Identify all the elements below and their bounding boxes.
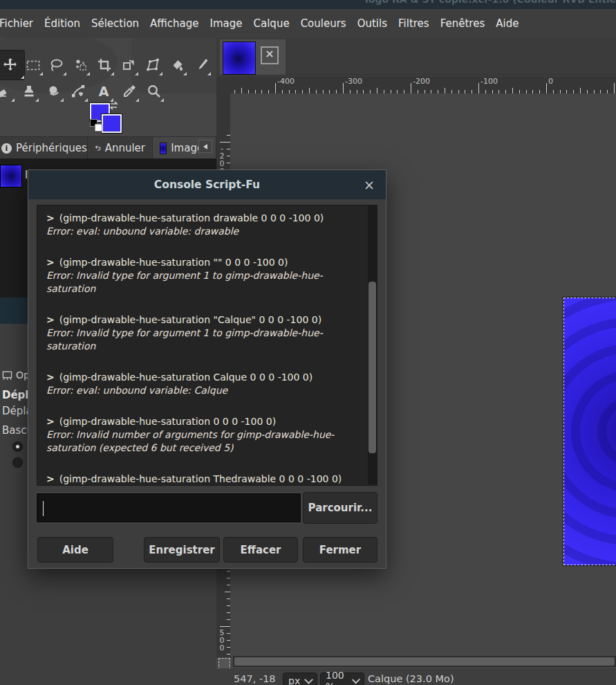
text-tool-button[interactable]: A xyxy=(93,80,114,103)
close-icon[interactable]: × xyxy=(361,176,377,193)
dock-tab-bar: iPériphériquesAnnulerImages xyxy=(0,136,216,160)
undo-icon xyxy=(95,143,101,154)
tool-group-triangle-icon xyxy=(135,72,138,75)
smudge-icon xyxy=(46,83,62,100)
ruler-tick xyxy=(225,592,230,592)
ruler-tick xyxy=(546,83,547,93)
menu-edition[interactable]: Édition xyxy=(39,17,86,30)
menu-filtres[interactable]: Filtres xyxy=(393,17,435,30)
console-output: >(gimp-drawable-hue-saturation drawable … xyxy=(37,205,377,486)
tool-group-triangle-icon xyxy=(111,72,114,75)
select-by-color-button[interactable] xyxy=(70,53,91,77)
ruler-tick xyxy=(220,142,230,143)
console-entry: >(gimp-drawable-hue-saturation 0 0 0 -10… xyxy=(46,415,359,455)
tool-options-icon xyxy=(2,370,12,381)
menu-calque[interactable]: Calque xyxy=(248,17,295,30)
zoom-tool-button[interactable] xyxy=(144,80,165,103)
tool-group-triangle-icon xyxy=(35,98,39,102)
menu-selection[interactable]: Sélection xyxy=(86,17,144,30)
select-by-color-icon xyxy=(72,57,88,73)
text-tool-icon: A xyxy=(95,83,112,100)
crop-button[interactable] xyxy=(94,53,115,77)
menu-aide[interactable]: Aide xyxy=(490,17,524,30)
ruler-tick xyxy=(478,83,479,93)
tool-group-triangle-icon xyxy=(60,98,64,102)
dock-tab-peripheriques[interactable]: iPériphériques xyxy=(0,137,88,159)
dialog-titlebar[interactable]: Console Script-Fu × xyxy=(28,170,386,199)
browse-button[interactable]: Parcourir... xyxy=(303,492,377,524)
tool-group-triangle-icon xyxy=(159,72,162,75)
tool-group-triangle-icon xyxy=(207,72,211,75)
swap-colors-icon[interactable] xyxy=(109,100,121,111)
ruler-tick xyxy=(614,83,615,93)
gimp-window: logo RA & ST copie.xcf-1.0 (Couleur RVB … xyxy=(0,0,616,685)
image-tab-strip: × xyxy=(216,38,616,75)
rectangle-select-button[interactable] xyxy=(23,53,44,77)
bucket-fill-button[interactable] xyxy=(167,53,187,77)
console-error: Error: Invalid number of arguments for g… xyxy=(46,428,359,441)
rectangle-select-icon xyxy=(25,57,41,73)
aide-button[interactable]: Aide xyxy=(37,537,113,563)
tool-group-triangle-icon xyxy=(183,72,187,75)
prompt-glyph: > xyxy=(46,314,55,325)
console-entry: >(gimp-drawable-hue-saturation "Calque" … xyxy=(46,313,359,353)
menu-fenetres[interactable]: Fenêtres xyxy=(435,17,491,30)
zoom-dropdown[interactable]: 100 % xyxy=(320,673,364,685)
handle-transform-icon xyxy=(144,57,161,73)
menu-image[interactable]: Image xyxy=(205,17,248,30)
horizontal-ruler: -400-300-200-1000 xyxy=(216,76,616,94)
handle-transform-button[interactable] xyxy=(142,53,163,77)
tab-menu-button[interactable] xyxy=(198,140,212,153)
enregistrer-button[interactable]: Enregistrer xyxy=(144,537,220,563)
info-icon: i xyxy=(1,143,12,154)
color-picker-button[interactable] xyxy=(119,80,140,103)
free-select-button[interactable] xyxy=(46,53,67,77)
horizontal-scrollbar[interactable] xyxy=(233,656,616,667)
eraser-icon xyxy=(0,83,13,100)
image-with-selection[interactable] xyxy=(563,298,616,565)
pointer-position: 547, -18 xyxy=(234,673,276,684)
statusbar: 547, -18 px 100 % Calque (23.0 Mo) xyxy=(216,668,616,685)
unit-dropdown[interactable]: px xyxy=(283,673,317,685)
move-tool-button[interactable] xyxy=(0,50,25,80)
console-entry: >(gimp-drawable-hue-saturation drawable … xyxy=(46,212,359,238)
tool-group-triangle-icon xyxy=(11,98,15,102)
zoom-value: 100 % xyxy=(326,670,353,685)
close-image-icon[interactable]: × xyxy=(261,46,279,64)
ruler-label: -100 xyxy=(480,77,498,86)
console-entry: >(gimp-drawable-hue-saturation Calque 0 … xyxy=(46,371,359,397)
command-input[interactable] xyxy=(37,493,301,522)
unified-transform-button[interactable] xyxy=(118,53,139,77)
tool-group-triangle-icon xyxy=(136,98,139,102)
menu-fichier[interactable]: Fichier xyxy=(0,17,39,30)
free-select-icon xyxy=(48,57,65,73)
clone-button[interactable] xyxy=(19,80,39,103)
eraser-button[interactable] xyxy=(0,80,15,103)
background-color-swatch[interactable] xyxy=(102,114,122,133)
menu-couleurs[interactable]: Couleurs xyxy=(295,17,352,30)
console-error: saturation xyxy=(46,340,359,353)
dialog-title: Console Script-Fu xyxy=(154,179,260,191)
console-error: Error: Invalid type for argument 1 to gi… xyxy=(46,269,359,282)
image-list-thumbnail[interactable] xyxy=(0,165,22,188)
dock-tab-annuler[interactable]: Annuler xyxy=(88,137,153,159)
smudge-button[interactable] xyxy=(44,80,64,103)
image-tab-thumbnail xyxy=(223,42,256,75)
console-scrollbar[interactable] xyxy=(368,206,377,484)
paintbrush-button[interactable] xyxy=(191,53,212,77)
console-scrollbar-thumb[interactable] xyxy=(368,282,376,453)
effacer-button[interactable]: Effacer xyxy=(223,537,298,563)
menu-outils[interactable]: Outils xyxy=(352,17,393,30)
paths-button[interactable] xyxy=(68,80,88,103)
menubar: FichierÉditionSélectionAffichageImageCal… xyxy=(0,9,616,39)
status-message: Calque (23.0 Mo) xyxy=(368,673,454,684)
fermer-button[interactable]: Fermer xyxy=(303,537,377,563)
prompt-glyph: > xyxy=(46,372,55,383)
default-colors-icon[interactable] xyxy=(95,124,102,131)
horizontal-scrollbar-thumb[interactable] xyxy=(234,657,615,666)
ruler-label: -400 xyxy=(277,77,295,86)
tool-group-triangle-icon xyxy=(63,72,66,75)
console-command: >(gimp-drawable-hue-saturation "" 0 0 0 … xyxy=(46,256,359,269)
ruler-label: 0 xyxy=(548,77,553,86)
menu-affichage[interactable]: Affichage xyxy=(144,17,204,30)
